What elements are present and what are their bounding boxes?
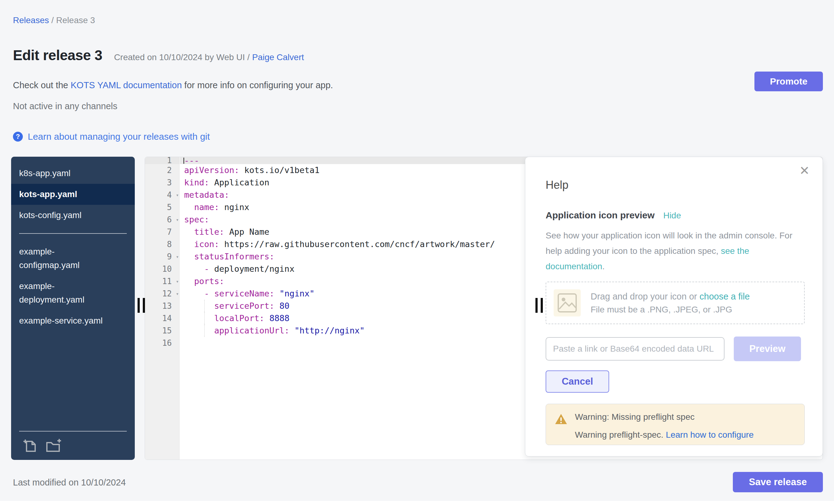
file-item-example-configmap.yaml[interactable]: example-configmap.yaml	[11, 241, 135, 276]
gutter-line-9: 9▾	[145, 250, 179, 263]
icon-preview-title: Application icon preview	[546, 210, 655, 221]
warning-title: Warning: Missing preflight spec	[575, 412, 795, 422]
bottom-strip	[0, 501, 834, 504]
description-period: .	[602, 262, 605, 271]
gutter-line-8: 8	[145, 238, 179, 250]
gutter-line-7: 7	[145, 226, 179, 238]
gutter-line-15: 15	[145, 325, 179, 337]
gutter-line-4: 4▾	[145, 189, 179, 201]
file-item-example-service.yaml[interactable]: example-service.yaml	[11, 310, 135, 331]
sidebar-actions	[23, 438, 62, 454]
docs-row: Check out the KOTS YAML documentation fo…	[13, 80, 333, 90]
icon-url-row: Preview	[546, 336, 805, 361]
add-folder-icon[interactable]	[46, 438, 62, 454]
sidebar-divider	[19, 233, 127, 234]
drop-instruction: Drag and drop your icon or	[591, 291, 700, 301]
breadcrumb-releases-link[interactable]: Releases	[13, 16, 49, 25]
editor-resize-handle[interactable]	[535, 298, 543, 313]
help-title: Help	[546, 179, 805, 192]
fold-arrow-icon[interactable]: ▾	[176, 279, 179, 284]
icon-preview-description: See how your application icon will look …	[546, 228, 798, 274]
breadcrumb-current: Release 3	[56, 16, 95, 25]
promote-button[interactable]: Promote	[754, 71, 823, 91]
fold-arrow-icon[interactable]: ▾	[176, 291, 179, 297]
page-title: Edit release 3	[13, 47, 103, 64]
preflight-warning-box: Warning: Missing preflight spec Warning …	[546, 404, 805, 445]
warning-detail: Warning preflight-spec. Learn how to con…	[575, 430, 795, 440]
channel-status: Not active in any channels	[13, 101, 117, 111]
close-icon[interactable]: ✕	[799, 165, 810, 177]
warning-triangle-icon	[554, 413, 568, 426]
file-item-k8s-app.yaml[interactable]: k8s-app.yaml	[11, 163, 135, 184]
description-text: See how your application icon will look …	[546, 231, 792, 256]
file-type-rule: File must be a .PNG, .JPEG, or .JPG	[591, 305, 750, 314]
gutter-line-13: 13	[145, 300, 179, 312]
help-section-row: Application icon preview Hide	[546, 210, 805, 221]
save-release-button[interactable]: Save release	[733, 472, 823, 492]
last-modified-text: Last modified on 10/10/2024	[13, 478, 126, 488]
file-item-kots-app.yaml[interactable]: kots-app.yaml	[11, 184, 135, 205]
gutter-line-1: 1	[145, 157, 179, 164]
main-area: k8s-app.yamlkots-app.yamlkots-config.yam…	[0, 157, 834, 460]
title-row: Edit release 3 Created on 10/10/2024 by …	[13, 47, 304, 64]
author-link[interactable]: Paige Calvert	[252, 52, 304, 62]
icon-drop-zone[interactable]: Drag and drop your icon or choose a file…	[546, 282, 805, 324]
text-cursor	[183, 158, 184, 164]
docs-suffix: for more info on configuring your app.	[182, 80, 333, 90]
gutter-line-10: 10	[145, 263, 179, 275]
gutter-line-11: 11▾	[145, 275, 179, 287]
gutter-line-14: 14	[145, 312, 179, 325]
learn-configure-link[interactable]: Learn how to configure	[666, 430, 754, 440]
hide-link[interactable]: Hide	[663, 211, 681, 221]
question-circle-icon: ?	[13, 132, 23, 141]
gutter-line-5: 5	[145, 201, 179, 214]
sidebar-resize-handle[interactable]	[137, 298, 145, 313]
breadcrumb-separator: /	[49, 16, 56, 25]
file-item-example-deployment.yaml[interactable]: example-deployment.yaml	[11, 276, 135, 310]
file-sidebar: k8s-app.yamlkots-app.yamlkots-config.yam…	[11, 157, 135, 460]
gutter-line-12: 12▾	[145, 287, 179, 300]
drop-zone-text: Drag and drop your icon or choose a file…	[591, 291, 750, 314]
kots-docs-link[interactable]: KOTS YAML documentation	[71, 80, 182, 90]
gutter-line-16: 16	[145, 337, 179, 349]
gutter-line-6: 6▾	[145, 214, 179, 226]
image-placeholder-icon	[554, 289, 581, 316]
fold-arrow-icon[interactable]: ▾	[176, 193, 179, 198]
gutter-line-2: 2	[145, 164, 179, 176]
warning-detail-text: Warning preflight-spec.	[575, 430, 666, 440]
fold-arrow-icon[interactable]: ▾	[176, 217, 179, 222]
fold-arrow-icon[interactable]: ▾	[176, 255, 179, 259]
indent-guide	[204, 300, 205, 312]
created-text: Created on 10/10/2024 by Web UI / Paige …	[114, 52, 304, 62]
gutter-line-3: 3	[145, 176, 179, 189]
indent-guide	[204, 325, 205, 337]
sidebar-bottom-divider	[19, 431, 127, 432]
git-help-row: ? Learn about managing your releases wit…	[13, 131, 210, 142]
help-panel: ✕ Help Application icon preview Hide See…	[525, 157, 823, 457]
icon-url-input[interactable]	[546, 337, 725, 360]
preview-button[interactable]: Preview	[734, 336, 801, 361]
created-prefix: Created on 10/10/2024 by Web UI /	[114, 52, 252, 62]
choose-file-link[interactable]: choose a file	[700, 291, 750, 301]
cancel-button[interactable]: Cancel	[546, 370, 609, 393]
editor-gutter: 1234▾56▾789▾1011▾12▾13141516	[145, 157, 179, 460]
indent-guide	[204, 312, 205, 325]
file-item-kots-config.yaml[interactable]: kots-config.yaml	[11, 205, 135, 226]
docs-prefix: Check out the	[13, 80, 71, 90]
breadcrumb: Releases / Release 3	[13, 16, 95, 25]
add-file-icon[interactable]	[23, 438, 38, 454]
git-releases-link[interactable]: Learn about managing your releases with …	[28, 131, 210, 142]
file-list: k8s-app.yamlkots-app.yamlkots-config.yam…	[11, 163, 135, 331]
